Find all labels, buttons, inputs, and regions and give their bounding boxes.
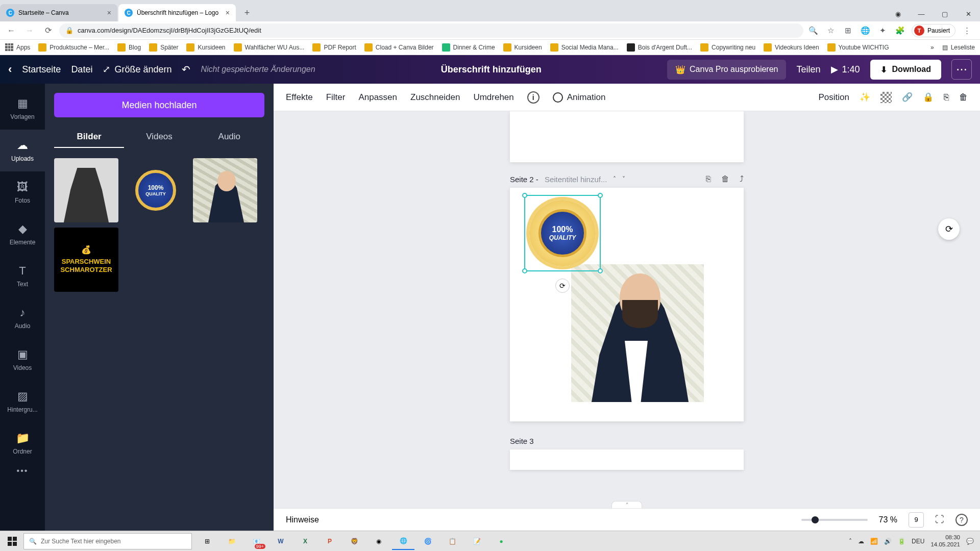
play-button[interactable]: ▶1:40 bbox=[831, 64, 860, 75]
browser-tab-1[interactable]: C Überschrift hinzufügen – Logo × bbox=[118, 4, 236, 21]
puzzle-icon[interactable]: 🧩 bbox=[894, 24, 906, 37]
start-button[interactable] bbox=[2, 533, 22, 549]
reload-button[interactable]: ⟳ bbox=[41, 23, 55, 38]
onedrive-icon[interactable]: ☁ bbox=[858, 538, 864, 545]
extension-icon[interactable]: ✦ bbox=[877, 24, 889, 37]
upload-thumb-badge[interactable]: 100%QUALITY bbox=[124, 158, 188, 222]
zoom-slider[interactable] bbox=[801, 519, 868, 521]
apps-button[interactable]: Apps bbox=[5, 43, 30, 52]
bookmark-item[interactable]: Produktsuche – Mer... bbox=[38, 43, 109, 52]
link-button[interactable]: 🔗 bbox=[902, 92, 913, 103]
animation-button[interactable]: Animation bbox=[553, 92, 606, 103]
upload-thumb-sparschwein[interactable]: 💰SPARSCHWEIN SCHMAROTZER bbox=[54, 228, 118, 292]
chrome-button[interactable]: 🌐 bbox=[392, 533, 414, 550]
magic-button[interactable]: ✨ bbox=[860, 92, 870, 103]
powerpoint-button[interactable]: P bbox=[318, 533, 341, 550]
page-count-button[interactable]: 9 bbox=[909, 512, 924, 528]
language-indicator[interactable]: DEU bbox=[912, 538, 924, 545]
share-button[interactable]: Teilen bbox=[796, 64, 820, 75]
bookmark-item[interactable]: Blog bbox=[117, 43, 141, 52]
resize-handle[interactable] bbox=[598, 268, 603, 273]
obs-button[interactable]: ◉ bbox=[368, 533, 390, 550]
tab-images[interactable]: Bilder bbox=[54, 127, 124, 148]
crop-button[interactable]: Zuschneiden bbox=[410, 92, 460, 103]
rail-audio[interactable]: ♪Audio bbox=[0, 297, 45, 339]
bookmark-item[interactable]: Social Media Mana... bbox=[550, 43, 619, 52]
mail-button[interactable]: 📧99+ bbox=[245, 533, 267, 550]
expand-pages-button[interactable]: ˄ bbox=[611, 501, 642, 508]
bookmark-item[interactable]: Cload + Canva Bilder bbox=[364, 43, 434, 52]
word-button[interactable]: W bbox=[270, 533, 292, 550]
bookmark-item[interactable]: Später bbox=[149, 43, 178, 52]
transparency-button[interactable] bbox=[880, 92, 892, 103]
undo-button[interactable]: ↶ bbox=[182, 63, 190, 76]
selected-badge-element[interactable]: 100%QUALITY ⟳ bbox=[524, 195, 601, 271]
page-3-canvas[interactable] bbox=[510, 449, 744, 470]
excel-button[interactable]: X bbox=[294, 533, 316, 550]
translate-icon[interactable]: 🌐 bbox=[860, 24, 872, 37]
back-button[interactable]: ← bbox=[4, 23, 18, 38]
add-page-button[interactable]: ⤴ bbox=[740, 174, 744, 184]
bookmark-item[interactable]: Bois d'Argent Duft... bbox=[627, 43, 692, 52]
battery-icon[interactable]: 🔋 bbox=[898, 538, 905, 545]
user-icon[interactable]: ◉ bbox=[886, 6, 910, 21]
trash-button[interactable]: 🗑 bbox=[959, 92, 968, 103]
position-button[interactable]: Position bbox=[819, 92, 849, 103]
browser-tab-0[interactable]: C Startseite – Canva × bbox=[0, 4, 117, 21]
bookmark-item[interactable]: Videokurs Ideen bbox=[764, 43, 819, 52]
rail-elements[interactable]: ◆Elemente bbox=[0, 213, 45, 255]
task-view-button[interactable]: ⊞ bbox=[196, 533, 218, 550]
back-arrow-button[interactable]: ‹ bbox=[8, 63, 12, 76]
url-input[interactable]: 🔒 canva.com/design/DAEdomzscjI/drBfjHdCo… bbox=[59, 23, 803, 38]
brave-button[interactable]: 🦁 bbox=[343, 533, 365, 550]
bookmark-overflow[interactable]: » bbox=[930, 44, 934, 51]
page-title-input[interactable]: Seitentitel hinzuf... bbox=[545, 175, 607, 184]
tab-videos[interactable]: Videos bbox=[124, 127, 194, 148]
rail-more[interactable]: ••• bbox=[17, 466, 29, 475]
page-2-canvas[interactable]: 100%QUALITY ⟳ bbox=[510, 188, 744, 421]
close-icon[interactable]: × bbox=[226, 9, 230, 17]
bookmark-item[interactable]: Wahlfächer WU Aus... bbox=[234, 43, 305, 52]
resize-handle[interactable] bbox=[522, 268, 527, 273]
download-button[interactable]: ⬇Download bbox=[870, 60, 941, 80]
filter-button[interactable]: Filter bbox=[326, 92, 346, 103]
bookmark-item[interactable]: Youtube WICHTIG bbox=[827, 43, 889, 52]
file-menu[interactable]: Datei bbox=[71, 64, 92, 75]
rail-uploads[interactable]: ☁Uploads bbox=[0, 130, 45, 171]
notes-button[interactable]: Hinweise bbox=[286, 515, 319, 524]
document-title[interactable]: Überschrift hinzufügen bbox=[326, 64, 657, 75]
notifications-button[interactable]: 💬 bbox=[966, 538, 974, 545]
notepad-button[interactable]: 📝 bbox=[465, 533, 488, 550]
resize-handle[interactable] bbox=[522, 193, 527, 198]
resize-handle[interactable] bbox=[598, 193, 603, 198]
rail-folders[interactable]: 📁Ordner bbox=[0, 422, 45, 464]
reading-list-button[interactable]: ▤Leseliste bbox=[942, 44, 975, 51]
minimize-button[interactable]: — bbox=[910, 6, 933, 21]
spotify-button[interactable]: ● bbox=[490, 533, 512, 550]
taskbar-search[interactable]: 🔍 Zur Suche Text hier eingeben bbox=[23, 533, 192, 549]
edge-button[interactable]: 🌀 bbox=[416, 533, 439, 550]
rail-videos[interactable]: ▣Videos bbox=[0, 339, 45, 381]
lock-button[interactable]: 🔒 bbox=[923, 92, 934, 103]
resize-button[interactable]: ⤢Größe ändern bbox=[103, 64, 172, 75]
new-tab-button[interactable]: + bbox=[240, 6, 254, 20]
menu-icon[interactable]: ⋮ bbox=[961, 24, 973, 37]
volume-icon[interactable]: 🔊 bbox=[884, 538, 892, 545]
rail-text[interactable]: TText bbox=[0, 255, 45, 297]
tab-audio[interactable]: Audio bbox=[194, 127, 264, 148]
rotate-handle[interactable]: ⟳ bbox=[555, 279, 570, 293]
app-button[interactable]: 📋 bbox=[441, 533, 463, 550]
delete-page-button[interactable]: 🗑 bbox=[721, 174, 729, 184]
maximize-button[interactable]: ▢ bbox=[933, 6, 957, 21]
more-menu-button[interactable]: ⋯ bbox=[951, 59, 972, 80]
zoom-icon[interactable]: 🔍 bbox=[807, 24, 820, 37]
upload-media-button[interactable]: Medien hochladen bbox=[54, 93, 264, 117]
info-button[interactable]: i bbox=[527, 91, 540, 104]
bookmark-item[interactable]: Kursideen bbox=[186, 43, 225, 52]
wifi-icon[interactable]: 📶 bbox=[870, 538, 878, 545]
rail-background[interactable]: ▨Hintergru... bbox=[0, 381, 45, 422]
bookmark-item[interactable]: Kursideen bbox=[503, 43, 542, 52]
chevron-down-icon[interactable]: ˅ bbox=[622, 176, 625, 183]
canvas-scroll[interactable]: Seite 2 - Seitentitel hinzuf... ˄ ˅ ⎘ 🗑 … bbox=[274, 111, 980, 508]
try-pro-button[interactable]: 👑Canva Pro ausprobieren bbox=[667, 60, 786, 80]
